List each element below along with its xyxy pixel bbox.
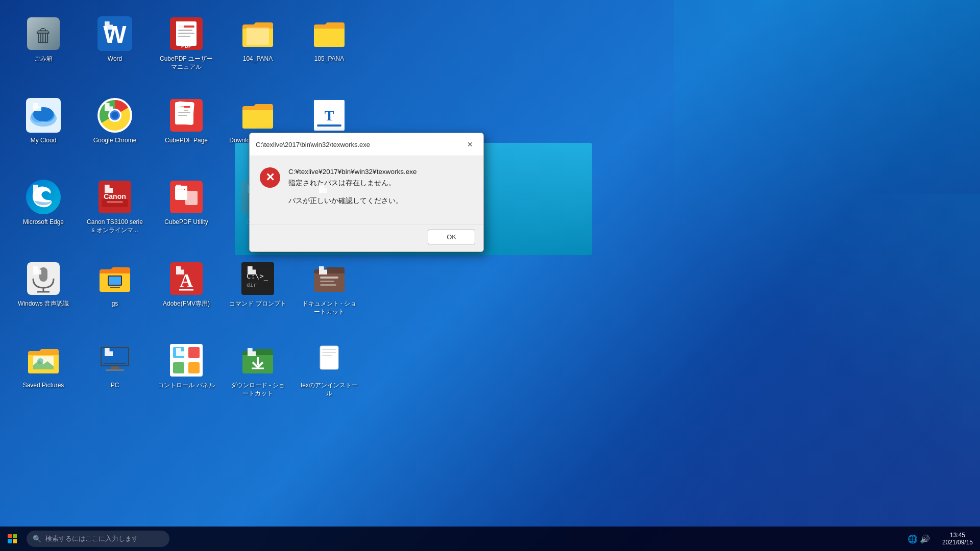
documents-shortcut-label: ドキュメント - ショートカット [300, 300, 358, 316]
desktop-icon-download-shortcut[interactable]: ダウンロード - ショートカット [225, 337, 291, 413]
dialog-content-row: ✕ C:¥texlive¥2017¥bin¥win32¥texworks.exe… [260, 166, 473, 188]
svg-rect-83 [8, 534, 12, 538]
desktop-icon-google-chrome[interactable]: Google Chrome [82, 92, 148, 168]
desktop-icon-adobe[interactable]: A Adobe(FMV専用) [153, 255, 219, 332]
svg-rect-7 [178, 30, 192, 31]
svg-text:🗑: 🗑 [34, 25, 53, 46]
svg-point-32 [26, 180, 61, 214]
desktop-icon-cubepdf-page[interactable]: CubePDF Page [153, 92, 219, 168]
svg-text:PDF: PDF [181, 43, 191, 49]
bg-decoration-right [674, 0, 980, 551]
tray-icon-volume: 🔊 [920, 534, 930, 544]
desktop-icon-word[interactable]: W Word [82, 10, 148, 87]
taskbar-date: 2021/09/15 [942, 539, 973, 546]
x-mark-icon: ✕ [265, 172, 275, 183]
desktop-icon-105-pana[interactable]: 105_PANA [296, 10, 362, 87]
desktop-icon-cmd[interactable]: C:\>_ dir コマンド プロンプト [225, 255, 291, 332]
svg-rect-62 [320, 277, 338, 279]
canon-ts3100-label: Canon TS3100 series オンラインマ... [86, 218, 144, 234]
desktop: 🗑 ごみ箱 W Word [0, 0, 980, 551]
recycle-bin-label: ごみ箱 [34, 55, 53, 63]
dialog-body: ✕ C:¥texlive¥2017¥bin¥win32¥texworks.exe… [250, 156, 483, 224]
desktop-icon-grid: 🗑 ごみ箱 W Word [0, 0, 378, 510]
dialog-main-message: C:¥texlive¥2017¥bin¥win32¥texworks.exe 指… [288, 166, 416, 188]
dialog-close-button[interactable]: ✕ [463, 137, 477, 152]
google-chrome-label: Google Chrome [93, 137, 137, 145]
svg-rect-36 [107, 201, 123, 203]
desktop-icon-recycle-bin[interactable]: 🗑 ごみ箱 [10, 10, 77, 87]
svg-rect-63 [320, 281, 334, 282]
gs-label: gs [112, 300, 118, 308]
bg-decoration-bottom [572, 194, 980, 551]
svg-rect-76 [188, 362, 200, 373]
svg-rect-74 [188, 347, 200, 358]
svg-text:dir: dir [247, 282, 257, 288]
taskbar-search-icon: 🔍 [33, 535, 41, 543]
control-panel-label: コントロール パネル [158, 382, 214, 390]
svg-rect-11 [247, 28, 269, 45]
taskbar-search-placeholder: 検索するにはここに入力します [45, 534, 138, 543]
svg-point-20 [111, 112, 118, 119]
desktop-icon-saved-pictures[interactable]: Saved Pictures [10, 337, 77, 413]
pc-label: PC [111, 382, 119, 390]
105-pana-label: 105_PANA [314, 55, 344, 63]
desktop-icon-ms-edge[interactable]: Microsoft Edge [10, 173, 77, 250]
ms-edge-label: Microsoft Edge [23, 218, 64, 227]
desktop-icon-documents-shortcut[interactable]: ドキュメント - ショートカット [296, 255, 362, 332]
svg-rect-70 [106, 369, 124, 371]
dialog-title: C:\texlive\2017\bin\win32\texworks.exe [256, 141, 370, 148]
svg-rect-81 [322, 352, 336, 353]
svg-rect-84 [13, 534, 17, 538]
svg-rect-54 [109, 277, 121, 285]
taskbar-clock[interactable]: 13:45 2021/09/15 [935, 532, 980, 546]
cubepdf-manual-label: CubePDF ユーザーマニュアル [157, 55, 215, 71]
ok-button[interactable]: OK [428, 230, 475, 244]
svg-rect-50 [39, 267, 47, 282]
taskbar: 🔍 検索するにはここに入力します 🌐 🔊 13:45 2021/09/15 [0, 527, 980, 551]
desktop-icon-my-cloud[interactable]: My Cloud [10, 92, 77, 168]
tray-icon-network: 🌐 [908, 534, 918, 544]
desktop-icon-cubepdf-utility[interactable]: CubePDF Utility [153, 173, 219, 250]
saved-pictures-label: Saved Pictures [23, 382, 64, 390]
svg-rect-9 [178, 36, 190, 37]
cubepdf-page-label: CubePDF Page [165, 137, 208, 145]
desktop-icon-tex-uninstall[interactable]: texのアンインストール [296, 337, 362, 413]
desktop-icon-control-panel[interactable]: コントロール パネル [153, 337, 219, 413]
desktop-icon-104-pana[interactable]: 104_PANA [225, 10, 291, 87]
svg-rect-64 [320, 284, 336, 286]
dialog-message-line2: 指定されたパスは存在しません。 [288, 178, 416, 189]
desktop-icon-canon-ts3100[interactable]: Canon Canon TS3100 series オンラインマ... [82, 173, 148, 250]
dialog-message-line1: C:¥texlive¥2017¥bin¥win32¥texworks.exe [288, 166, 416, 178]
dialog-titlebar: C:\texlive\2017\bin\win32\texworks.exe ✕ [250, 133, 483, 156]
dialog-footer: OK [250, 224, 483, 252]
desktop-icon-voice-recog[interactable]: Windows 音声認識 [10, 255, 77, 332]
svg-rect-39 [185, 191, 198, 205]
taskbar-search[interactable]: 🔍 検索するにはここに入力します [27, 531, 169, 547]
taskbar-right: 🌐 🔊 13:45 2021/09/15 [902, 527, 980, 551]
error-dialog: C:\texlive\2017\bin\win32\texworks.exe ✕… [249, 133, 484, 252]
adobe-label: Adobe(FMV専用) [163, 300, 210, 308]
svg-rect-69 [111, 366, 119, 369]
svg-rect-31 [317, 124, 341, 127]
desktop-icon-pc[interactable]: PC [82, 337, 148, 413]
104-pana-label: 104_PANA [243, 55, 273, 63]
taskbar-tray: 🌐 🔊 [902, 534, 935, 544]
cubepdf-utility-label: CubePDF Utility [164, 218, 208, 227]
tex-uninstall-label: texのアンインストール [300, 382, 358, 397]
my-cloud-label: My Cloud [31, 137, 57, 145]
svg-rect-8 [178, 33, 194, 34]
svg-rect-85 [8, 539, 12, 543]
download-shortcut-label: ダウンロード - ショートカット [229, 382, 287, 397]
svg-rect-28 [178, 115, 187, 116]
svg-rect-80 [322, 349, 336, 350]
dialog-extra-message: パスが正しいか確認してください。 [260, 196, 473, 206]
voice-recog-label: Windows 音声認識 [18, 300, 69, 308]
start-button[interactable] [0, 527, 24, 551]
word-label: Word [108, 55, 122, 63]
cmd-label: コマンド プロンプト [229, 300, 286, 308]
desktop-icon-gs[interactable]: gs [82, 255, 148, 332]
svg-rect-75 [173, 362, 184, 373]
error-icon: ✕ [260, 167, 280, 188]
desktop-icon-cubepdf-manual[interactable]: PDF CubePDF ユーザーマニュアル [153, 10, 219, 87]
svg-rect-82 [322, 355, 332, 356]
